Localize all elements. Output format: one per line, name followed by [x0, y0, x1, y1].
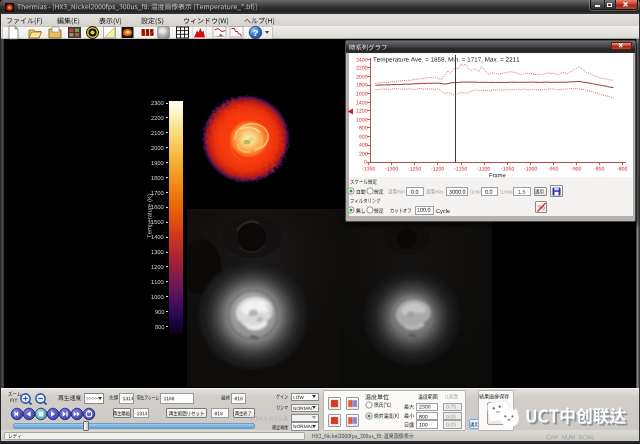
svg-text:?: ? — [253, 27, 259, 38]
